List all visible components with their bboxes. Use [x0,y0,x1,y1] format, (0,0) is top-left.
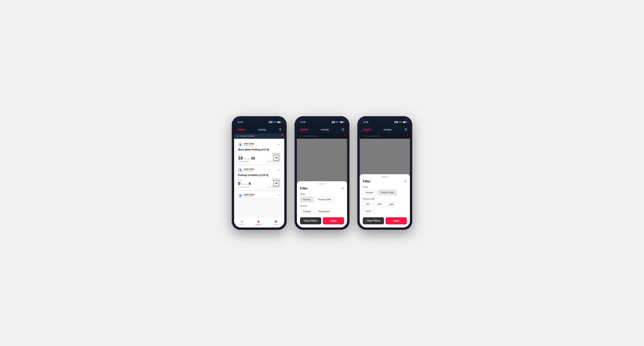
time-1: 11:33 [238,121,243,123]
logo-2: clippd [300,128,308,131]
apply-btn-3[interactable]: Apply [386,217,407,224]
practice-round-btn-2[interactable]: Practice [300,209,314,214]
filter-overlay-3: Filter ✕ Show Rounds Practice Drills Pra… [360,133,410,227]
user-info-1: 👤 Josh Coles 28 Feb 2023 [238,142,254,147]
data-source-2: Data: Clippd Capture [268,186,280,188]
avatar-1: 👤 [238,142,243,147]
shots-2: 9 [248,182,250,185]
avatar-3: 👤 [238,193,243,198]
filter-sheet-3: Filter ✕ Show Rounds Practice Drills Pra… [360,174,410,227]
drills-label-3: Practice Drills [363,198,407,200]
item-footer-1: ℹ Test Information Data: Clippd Capture [238,161,280,162]
phone-3: 11:33 ▐▐▐ WiFi clippd Activity ☰ ⚙ Viewi… [357,116,412,230]
filter-title-3: Filter [363,180,370,183]
filter-sheet-2: Filter ✕ Show Rounds Practice Drills Rou… [297,181,347,227]
shot-quality-1: 75 [273,155,279,161]
signal-icon-2: ▐▐▐ [331,121,335,123]
status-icons-2: ▐▐▐ WiFi [331,121,344,123]
shot-quality-2: 45 [273,180,279,186]
practice-drills-btn-3[interactable]: Practice Drills [378,190,397,195]
nav-activities-1[interactable]: ♟ Activities [256,220,262,225]
nav-bar-3: clippd Activity ☰ [360,126,410,133]
item-header-3: 👤 Josh Coles 28 Feb 2023 ••• [238,193,280,198]
clear-filters-btn-2[interactable]: Clear Filters [300,217,321,224]
user-name-3: Josh Coles [244,193,254,196]
show-label-3: Show [363,186,407,188]
dots-menu-3[interactable]: ••• [277,194,280,197]
item-footer-2: ℹ Test Information Data: Clippd Capture [238,186,280,188]
arg-btn-3[interactable]: ARG [386,202,397,207]
phones-container: 11:33 ▐▐▐ WiFi clippd Activity ☰ ⚙ Viewi… [232,116,412,230]
show-buttons-2: Rounds Practice Drills [300,197,344,202]
rounds-btn-3[interactable]: Rounds [363,190,376,195]
user-info-2: 👤 Josh Coles 28 Feb 2023 [238,168,254,173]
rounds-btn-2[interactable]: Rounds [300,197,313,202]
status-bar-1: 11:33 ▐▐▐ WiFi [234,119,284,126]
battery-icon-3 [403,121,406,123]
activity-content-1: 👤 Josh Coles 28 Feb 2023 ••• Must Make P… [234,139,284,217]
tournament-btn-2[interactable]: Tournament [315,209,332,214]
nav-title-3: Activity [384,128,392,131]
rounds-buttons-2: Practice Tournament [300,209,344,214]
phone-2: 11:33 ▐▐▐ WiFi clippd Activity ☰ ⚙ Viewi… [294,116,350,230]
item-header-1: 👤 Josh Coles 28 Feb 2023 ••• [238,142,280,147]
data-source-1: Data: Clippd Capture [268,161,280,162]
score-label-2: Score [238,179,250,181]
status-bar-3: 11:33 ▐▐▐ WiFi [360,119,410,126]
activities-label: Activities [256,224,262,225]
filter-actions-2: Clear Filters Apply [300,217,344,224]
user-details-2: Josh Coles 28 Feb 2023 [244,168,254,172]
home-icon: ⌂ [241,220,243,223]
capture-label: Capture [273,224,278,225]
score-1: 10 [238,156,243,160]
user-date-2: 28 Feb 2023 [244,170,254,172]
dots-menu-1[interactable]: ••• [277,143,280,146]
dots-menu-2[interactable]: ••• [277,169,280,172]
nav-home-1[interactable]: ⌂ Home [240,220,244,225]
nav-capture-1[interactable]: ⊕ Capture [273,220,278,225]
user-details-1: Josh Coles 28 Feb 2023 [244,143,254,147]
user-info-3: 👤 Josh Coles 28 Feb 2023 [238,193,254,198]
show-buttons-3: Rounds Practice Drills [363,190,407,195]
activity-item-1: 👤 Josh Coles 28 Feb 2023 ••• Must Make P… [236,140,282,164]
status-icons-3: ▐▐▐ WiFi [394,121,406,123]
activities-icon: ♟ [257,220,260,223]
menu-icon-3[interactable]: ☰ [404,128,407,131]
test-info-1: ℹ Test Information [238,161,249,162]
menu-icon-1[interactable]: ☰ [279,128,282,131]
user-date-1: 28 Feb 2023 [244,145,254,147]
practice-drills-btn-2[interactable]: Practice Drills [315,197,334,202]
phone-1: 11:33 ▐▐▐ WiFi clippd Activity ☰ ⚙ Viewi… [232,116,287,230]
filter-close-3[interactable]: ✕ [404,180,407,183]
app-btn-3[interactable]: APP [374,202,385,207]
ott-btn-3[interactable]: OTT [363,202,373,207]
sq-label-2: Shot Quality [272,178,280,180]
item-title-1: Must Make Putting (3-6 ft) [238,148,280,151]
putt-btn-3[interactable]: PUTT [363,209,374,214]
filter-icon: ⚙ [237,135,238,137]
menu-icon-2[interactable]: ☰ [342,128,344,131]
apply-btn-2[interactable]: Apply [323,217,344,224]
nav-title-1: Activity [258,128,266,131]
shots-1: 20 [251,157,255,160]
clear-filters-btn-3[interactable]: Clear Filters [363,217,384,224]
sq-label-1: Shot Quality [272,153,280,154]
time-2: 11:33 [300,121,306,123]
drills-buttons-3: OTT APP ARG PUTT [363,202,407,214]
item-title-2: Putting Combine (3-15 ft) [238,173,280,176]
status-bar-2: 11:33 ▐▐▐ WiFi [297,119,347,126]
out-of-1: OUT OF [244,158,250,160]
filter-header-2: Filter ✕ [300,187,344,190]
filter-close-2[interactable]: ✕ [342,187,344,190]
nav-bar-1: clippd Activity ☰ [234,126,284,133]
user-date-3: 28 Feb 2023 [244,196,254,197]
out-of-2: OUT OF [242,183,248,185]
wifi-icon: WiFi [273,121,276,123]
wifi-icon-3: WiFi [398,121,402,123]
show-label-2: Show [300,193,344,195]
viewing-bar-1[interactable]: ⚙ Viewing Activities [234,133,284,139]
filter-overlay-2: Filter ✕ Show Rounds Practice Drills Rou… [297,133,347,227]
signal-icon-3: ▐▐▐ [394,121,398,123]
status-icons-1: ▐▐▐ WiFi [268,121,281,123]
time-3: 11:33 [363,121,368,123]
